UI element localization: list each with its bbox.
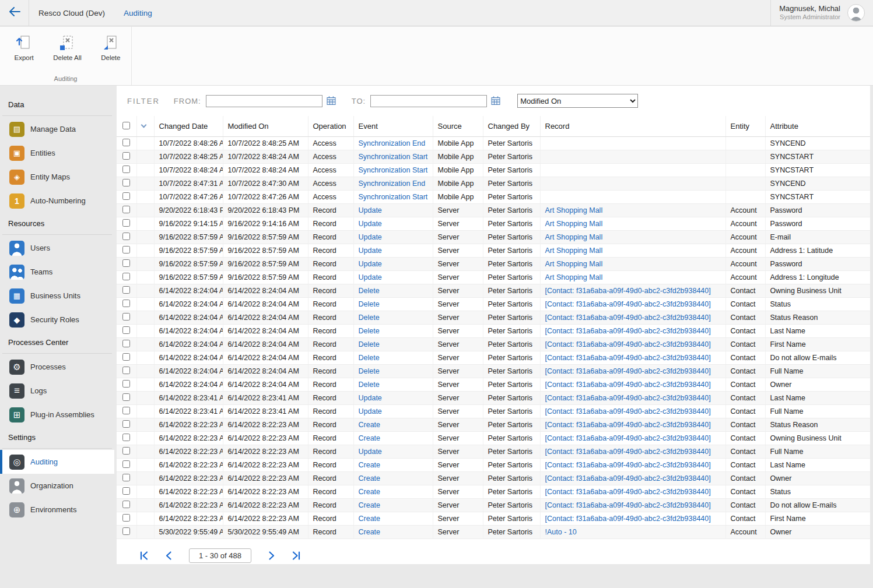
record-link[interactable]: [Contact: f31a6aba-a09f-49d0-abc2-c3fd2b… xyxy=(545,354,711,362)
event-link[interactable]: Update xyxy=(359,260,382,268)
tab-auditing[interactable]: Auditing xyxy=(124,9,152,17)
event-link[interactable]: Delete xyxy=(359,287,380,295)
table-row[interactable]: 10/7/2022 8:48:26 AM10/7/2022 8:48:25 AM… xyxy=(117,137,870,150)
table-row[interactable]: 9/16/2022 8:57:59 AM9/16/2022 8:57:59 AM… xyxy=(117,244,870,258)
table-row[interactable]: 10/7/2022 8:48:24 AM10/7/2022 8:48:24 AM… xyxy=(117,164,870,177)
table-row[interactable]: 5/30/2022 9:55:49 AM5/30/2022 9:55:49 AM… xyxy=(117,526,870,539)
row-checkbox[interactable] xyxy=(122,313,130,321)
row-checkbox[interactable] xyxy=(122,246,130,253)
record-link[interactable]: [Contact: f31a6aba-a09f-49d0-abc2-c3fd2b… xyxy=(545,515,711,523)
event-link[interactable]: Update xyxy=(359,394,382,402)
user-avatar-icon[interactable] xyxy=(847,4,865,22)
table-row[interactable]: 6/14/2022 8:24:04 AM6/14/2022 8:24:04 AM… xyxy=(117,325,870,338)
table-row[interactable]: 6/14/2022 8:22:23 AM6/14/2022 8:22:23 AM… xyxy=(117,445,870,459)
record-link[interactable]: [Contact: f31a6aba-a09f-49d0-abc2-c3fd2b… xyxy=(545,381,711,389)
row-checkbox[interactable] xyxy=(122,273,130,280)
sidebar-item-teams[interactable]: Teams xyxy=(0,260,114,284)
back-button[interactable] xyxy=(0,0,29,26)
row-checkbox[interactable] xyxy=(122,420,130,428)
event-link[interactable]: Create xyxy=(359,515,381,523)
table-row[interactable]: 6/14/2022 8:23:41 AM6/14/2022 8:23:41 AM… xyxy=(117,392,870,405)
row-checkbox[interactable] xyxy=(122,326,130,334)
first-page-button[interactable] xyxy=(139,551,149,561)
event-link[interactable]: Delete xyxy=(359,354,380,362)
record-link[interactable]: [Contact: f31a6aba-a09f-49d0-abc2-c3fd2b… xyxy=(545,407,711,416)
record-link[interactable]: !Auto - 10 xyxy=(545,528,577,536)
record-link[interactable]: [Contact: f31a6aba-a09f-49d0-abc2-c3fd2b… xyxy=(545,287,711,295)
sidebar-item-users[interactable]: Users xyxy=(0,236,114,260)
table-row[interactable]: 6/14/2022 8:24:04 AM6/14/2022 8:24:04 AM… xyxy=(117,298,870,311)
record-link[interactable]: [Contact: f31a6aba-a09f-49d0-abc2-c3fd2b… xyxy=(545,474,711,483)
sidebar-item-auto-numbering[interactable]: Auto-Numbering xyxy=(0,189,114,213)
column-event[interactable]: Event xyxy=(353,116,433,137)
column-changed-by[interactable]: Changed By xyxy=(483,116,540,137)
row-checkbox[interactable] xyxy=(122,474,130,481)
record-link[interactable]: Art Shopping Mall xyxy=(545,260,603,268)
sort-indicator-cell[interactable] xyxy=(136,116,154,137)
column-entity[interactable]: Entity xyxy=(725,116,765,137)
row-checkbox[interactable] xyxy=(122,233,130,240)
table-row[interactable]: 6/14/2022 8:24:04 AM6/14/2022 8:24:04 AM… xyxy=(117,338,870,351)
event-link[interactable]: Synchronization End xyxy=(359,139,426,147)
row-checkbox[interactable] xyxy=(122,152,130,160)
sidebar-item-entities[interactable]: Entities xyxy=(0,141,114,165)
table-row[interactable]: 6/14/2022 8:23:41 AM6/14/2022 8:23:41 AM… xyxy=(117,405,870,418)
event-link[interactable]: Synchronization End xyxy=(359,179,426,188)
last-page-button[interactable] xyxy=(292,551,301,561)
table-row[interactable]: 6/14/2022 8:22:23 AM6/14/2022 8:22:23 AM… xyxy=(117,499,870,512)
table-row[interactable]: 10/7/2022 8:48:25 AM10/7/2022 8:48:24 AM… xyxy=(117,150,870,164)
table-row[interactable]: 6/14/2022 8:24:04 AM6/14/2022 8:24:04 AM… xyxy=(117,284,870,298)
record-link[interactable]: [Contact: f31a6aba-a09f-49d0-abc2-c3fd2b… xyxy=(545,421,711,429)
row-checkbox[interactable] xyxy=(122,514,130,522)
table-row[interactable]: 9/16/2022 8:57:59 AM9/16/2022 8:57:59 AM… xyxy=(117,271,870,284)
table-row[interactable]: 9/20/2022 6:18:43 PM9/20/2022 6:18:43 PM… xyxy=(117,204,870,217)
event-link[interactable]: Update xyxy=(359,273,382,281)
row-checkbox[interactable] xyxy=(122,434,130,441)
row-checkbox[interactable] xyxy=(122,286,130,294)
from-calendar-button[interactable] xyxy=(326,96,336,106)
table-row[interactable]: 6/14/2022 8:22:23 AM6/14/2022 8:22:23 AM… xyxy=(117,459,870,472)
sidebar-item-security-roles[interactable]: Security Roles xyxy=(0,308,114,332)
sidebar-item-logs[interactable]: Logs xyxy=(0,379,114,403)
row-checkbox[interactable] xyxy=(122,179,130,186)
table-row[interactable]: 9/16/2022 9:14:15 AM9/16/2022 9:14:16 AM… xyxy=(117,217,870,231)
delete-button[interactable]: Delete xyxy=(94,33,128,62)
row-checkbox[interactable] xyxy=(122,219,130,227)
event-link[interactable]: Delete xyxy=(359,340,380,348)
sidebar-item-auditing[interactable]: Auditing xyxy=(0,450,114,474)
event-link[interactable]: Create xyxy=(359,528,381,536)
event-link[interactable]: Update xyxy=(359,247,382,255)
event-link[interactable]: Create xyxy=(359,501,381,509)
table-row[interactable]: 10/7/2022 8:47:26 AM10/7/2022 8:47:26 AM… xyxy=(117,191,870,204)
event-link[interactable]: Create xyxy=(359,461,381,469)
record-link[interactable]: [Contact: f31a6aba-a09f-49d0-abc2-c3fd2b… xyxy=(545,488,711,496)
table-row[interactable]: 6/14/2022 8:22:23 AM6/14/2022 8:22:23 AM… xyxy=(117,418,870,432)
event-link[interactable]: Create xyxy=(359,488,381,496)
row-checkbox[interactable] xyxy=(122,501,130,508)
table-row[interactable]: 10/7/2022 8:47:31 AM10/7/2022 8:47:30 AM… xyxy=(117,177,870,191)
sidebar-item-organization[interactable]: Organization xyxy=(0,474,114,498)
record-link[interactable]: [Contact: f31a6aba-a09f-49d0-abc2-c3fd2b… xyxy=(545,340,711,348)
record-link[interactable]: [Contact: f31a6aba-a09f-49d0-abc2-c3fd2b… xyxy=(545,434,711,442)
sidebar-item-business-units[interactable]: Business Units xyxy=(0,284,114,308)
record-link[interactable]: [Contact: f31a6aba-a09f-49d0-abc2-c3fd2b… xyxy=(545,461,711,469)
column-attribute[interactable]: Attribute xyxy=(765,116,870,137)
record-link[interactable]: [Contact: f31a6aba-a09f-49d0-abc2-c3fd2b… xyxy=(545,314,711,322)
row-checkbox[interactable] xyxy=(122,367,130,374)
event-link[interactable]: Delete xyxy=(359,367,380,375)
previous-page-button[interactable] xyxy=(164,551,174,561)
event-link[interactable]: Create xyxy=(359,474,381,483)
sidebar-item-environments[interactable]: Environments xyxy=(0,498,114,522)
next-page-button[interactable] xyxy=(267,551,276,561)
export-button[interactable]: Export xyxy=(7,33,41,62)
table-row[interactable]: 6/14/2022 8:24:04 AM6/14/2022 8:24:04 AM… xyxy=(117,311,870,325)
table-row[interactable]: 6/14/2022 8:24:04 AM6/14/2022 8:24:04 AM… xyxy=(117,351,870,365)
row-checkbox[interactable] xyxy=(122,447,130,455)
record-link[interactable]: [Contact: f31a6aba-a09f-49d0-abc2-c3fd2b… xyxy=(545,367,711,375)
record-link[interactable]: [Contact: f31a6aba-a09f-49d0-abc2-c3fd2b… xyxy=(545,300,711,308)
record-link[interactable]: [Contact: f31a6aba-a09f-49d0-abc2-c3fd2b… xyxy=(545,394,711,402)
event-link[interactable]: Synchronization Start xyxy=(359,193,428,201)
column-record[interactable]: Record xyxy=(540,116,725,137)
sidebar-item-manage-data[interactable]: Manage Data xyxy=(0,117,114,141)
table-row[interactable]: 6/14/2022 8:24:04 AM6/14/2022 8:24:04 AM… xyxy=(117,378,870,392)
